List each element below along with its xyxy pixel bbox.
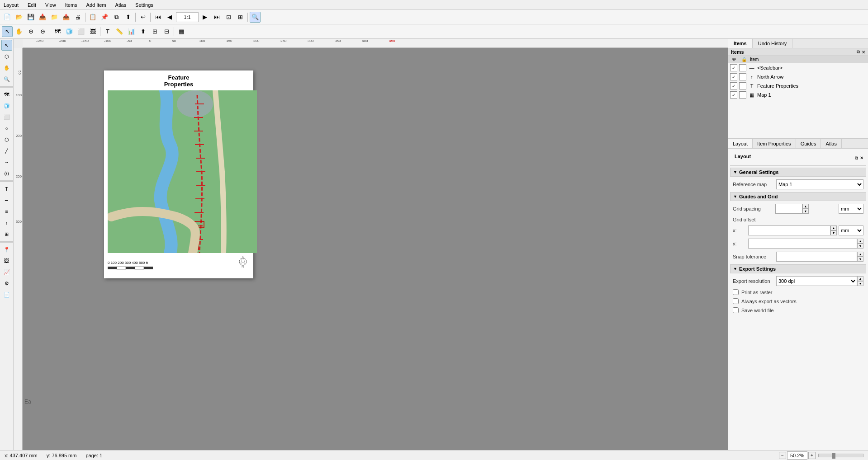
y-input[interactable]: 0.00 xyxy=(748,239,857,249)
items-close-btn[interactable]: ✕ xyxy=(862,49,865,55)
add-table-tool[interactable]: ⊞ xyxy=(1,229,12,239)
x-up[interactable]: ▲ xyxy=(830,225,837,230)
item-lock-map1[interactable] xyxy=(739,91,746,99)
draw-circle-tool[interactable]: ○ xyxy=(1,123,12,134)
open-btn[interactable]: 📂 xyxy=(14,12,24,23)
add-text-btn[interactable]: T xyxy=(102,26,113,37)
add-html-tool[interactable]: ⟨/⟩ xyxy=(1,168,12,179)
item-lock-scalebar[interactable] xyxy=(739,64,746,71)
menu-atlas[interactable]: Atlas xyxy=(114,1,128,9)
new-btn[interactable]: 📄 xyxy=(2,12,13,23)
add-marker-tool[interactable]: 📍 xyxy=(1,244,12,255)
guides-grid-header[interactable]: ▼ Guides and Grid xyxy=(730,192,866,201)
add-label-tool[interactable]: T xyxy=(1,183,12,194)
tab-atlas[interactable]: Atlas xyxy=(821,139,841,148)
canvas-scroll[interactable]: Feature Properties xyxy=(23,48,728,450)
next-btn[interactable]: ▶ xyxy=(199,12,210,23)
x-input[interactable]: 0.00 xyxy=(748,225,830,235)
export-btn[interactable]: 📤 xyxy=(61,12,71,23)
copy-btn[interactable]: 📋 xyxy=(87,12,98,23)
add-elev-tool[interactable]: 📈 xyxy=(1,267,12,277)
save-btn[interactable]: 💾 xyxy=(25,12,36,23)
zoom-full-btn[interactable]: ⊡ xyxy=(223,12,234,23)
add-north-tool[interactable]: ↑ xyxy=(1,217,12,228)
item-row-feature-props[interactable]: T Feature Properties xyxy=(728,81,868,90)
draw-arrow-tool[interactable]: → xyxy=(1,157,12,168)
zoom-out-status[interactable]: − xyxy=(779,452,786,459)
grid-spacing-up[interactable]: ▲ xyxy=(802,204,809,209)
add-3d-tool[interactable]: 🧊 xyxy=(1,100,12,111)
select-tool-left[interactable]: ↖ xyxy=(1,40,12,51)
settings-tool[interactable]: ⚙ xyxy=(1,278,12,289)
general-settings-header[interactable]: ▼ General Settings xyxy=(730,168,866,177)
tab-item-properties[interactable]: Item Properties xyxy=(753,139,796,148)
add-scalebar-tool[interactable]: ━ xyxy=(1,195,12,206)
node-tool[interactable]: ⬡ xyxy=(1,51,12,62)
y-down[interactable]: ▼ xyxy=(857,244,863,249)
pan-tool-left[interactable]: ✋ xyxy=(1,62,12,73)
tab-layout[interactable]: Layout xyxy=(728,139,753,148)
export-down[interactable]: ▼ xyxy=(857,281,863,286)
y-up[interactable]: ▲ xyxy=(857,239,863,244)
reference-map-select[interactable]: Map 1 xyxy=(776,179,863,189)
menu-add-item[interactable]: Add Item xyxy=(85,1,108,9)
item-lock-feature[interactable] xyxy=(739,82,746,89)
add-map-btn[interactable]: 🗺 xyxy=(52,26,63,37)
item-visible-scalebar[interactable] xyxy=(730,64,737,71)
pan-tool[interactable]: ✋ xyxy=(14,26,24,37)
grid-spacing-down[interactable]: ▼ xyxy=(802,209,809,214)
export-vectors-check[interactable] xyxy=(733,298,739,304)
items-float-btn[interactable]: ⧉ xyxy=(857,49,860,55)
layout-close-btn[interactable]: ✕ xyxy=(860,155,863,161)
item-row-map1[interactable]: ▦ Map 1 xyxy=(728,90,868,99)
select-tool[interactable]: ↖ xyxy=(2,26,13,37)
x-down[interactable]: ▼ xyxy=(830,230,837,235)
draw-line-tool[interactable]: ╱ xyxy=(1,146,12,156)
add-legend-btn[interactable]: 📊 xyxy=(126,26,137,37)
page-settings-tool[interactable]: 📄 xyxy=(1,289,12,300)
tab-items[interactable]: Items xyxy=(728,39,753,48)
zoom-tool-btn[interactable]: 🔍 xyxy=(250,12,261,23)
menu-view[interactable]: View xyxy=(43,1,58,9)
add-3d-btn[interactable]: 🧊 xyxy=(64,26,75,37)
add-shape-btn[interactable]: ⬜ xyxy=(76,26,86,37)
paste-btn[interactable]: 📌 xyxy=(99,12,110,23)
offset-unit[interactable]: mm xyxy=(839,225,863,235)
add-table-btn[interactable]: ⊟ xyxy=(161,26,172,37)
add-scalebar-btn[interactable]: 📏 xyxy=(114,26,125,37)
atlas-btn[interactable]: ▦ xyxy=(176,26,187,37)
add-legend-tool[interactable]: ≡ xyxy=(1,206,12,217)
copy2-btn[interactable]: ⧉ xyxy=(111,12,122,23)
layout-float-btn[interactable]: ⧉ xyxy=(855,155,858,161)
item-row-scalebar[interactable]: — <Scalebar> xyxy=(728,63,868,72)
export-up[interactable]: ▲ xyxy=(857,276,863,281)
zoom-in-tool[interactable]: ⊕ xyxy=(25,26,36,37)
snap-up[interactable]: ▲ xyxy=(857,252,863,257)
add-grid-btn[interactable]: ⊞ xyxy=(149,26,160,37)
save-as-btn[interactable]: 📥 xyxy=(37,12,48,23)
tab-guides[interactable]: Guides xyxy=(796,139,821,148)
export-res-select[interactable]: 300 dpi xyxy=(776,276,857,286)
add-map-tool[interactable]: 🗺 xyxy=(1,89,12,100)
item-row-north[interactable]: ↑ North Arrow xyxy=(728,72,868,81)
item-visible-map1[interactable] xyxy=(730,91,737,99)
menu-items[interactable]: Items xyxy=(63,1,79,9)
tab-undo-history[interactable]: Undo History xyxy=(753,39,793,48)
zoom-fit-btn[interactable]: ⊞ xyxy=(235,12,246,23)
snap-tolerance-input[interactable]: 5 px xyxy=(776,252,857,262)
zoom-input[interactable] xyxy=(176,12,199,22)
menu-settings[interactable]: Settings xyxy=(133,1,155,9)
item-lock-north[interactable] xyxy=(739,73,746,80)
export-settings-header[interactable]: ▼ Export Settings xyxy=(730,264,866,273)
menu-edit[interactable]: Edit xyxy=(26,1,38,9)
print-raster-check[interactable] xyxy=(733,289,739,295)
prev-page-btn[interactable]: ⏮ xyxy=(152,12,163,23)
snap-down[interactable]: ▼ xyxy=(857,257,863,262)
grid-spacing-unit[interactable]: mm xyxy=(839,204,863,214)
undo-btn[interactable]: ↩ xyxy=(138,12,148,23)
save-world-check[interactable] xyxy=(733,307,739,313)
zoom-in-status[interactable]: + xyxy=(808,452,816,459)
draw-rect-tool[interactable]: ⬜ xyxy=(1,112,12,122)
draw-poly-tool[interactable]: ⬡ xyxy=(1,134,12,145)
item-visible-feature[interactable] xyxy=(730,82,737,89)
